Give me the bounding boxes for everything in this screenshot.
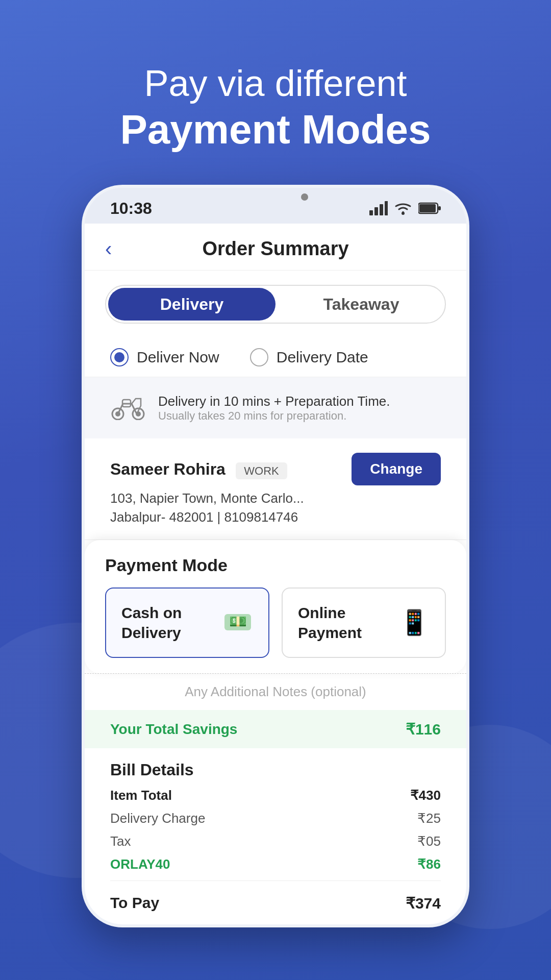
delivery-date-option[interactable]: Delivery Date	[250, 348, 368, 366]
takeaway-toggle-btn[interactable]: Takeaway	[278, 286, 445, 323]
address-line2: Jabalpur- 482001 | 8109814746	[110, 509, 441, 525]
nav-bar: ‹ Order Summary	[85, 224, 466, 271]
header-line1: Pay via different	[0, 61, 551, 105]
delivery-info-section: Delivery in 10 mins + Preparation Time. …	[85, 377, 466, 438]
savings-label: Your Total Savings	[110, 721, 237, 738]
svg-rect-0	[369, 210, 373, 215]
tax-label: Tax	[110, 834, 131, 849]
scooter-icon	[110, 389, 146, 426]
address-tag: WORK	[236, 462, 287, 479]
online-payment-option[interactable]: OnlinePayment 📱	[282, 587, 446, 658]
address-section: Sameer Rohira WORK Change 103, Napier To…	[85, 438, 466, 540]
delivery-charge-label: Delivery Charge	[110, 811, 205, 826]
bill-title: Bill Details	[110, 761, 441, 779]
bill-row-delivery: Delivery Charge ₹25	[110, 811, 441, 826]
tax-amount: ₹05	[417, 834, 441, 849]
delivery-sub-text: Usually takes 20 mins for preparation.	[158, 409, 390, 423]
promo-amount: ₹86	[417, 856, 441, 872]
back-button[interactable]: ‹	[105, 237, 112, 260]
bill-section: Bill Details Item Total ₹430 Delivery Ch…	[85, 748, 466, 924]
payment-options: Cash onDelivery 💵 OnlinePayment	[105, 587, 446, 658]
deliver-now-label: Deliver Now	[137, 349, 219, 366]
phone-wrapper: 10:38	[0, 185, 551, 927]
cash-on-delivery-label: Cash onDelivery	[121, 603, 182, 643]
deliver-now-radio[interactable]	[110, 348, 129, 366]
promo-label: ORLAY40	[110, 856, 170, 872]
delivery-toggle-btn[interactable]: Delivery	[108, 288, 276, 321]
to-pay-row: To Pay ₹374	[110, 889, 441, 912]
delivery-charge-amount: ₹25	[417, 811, 441, 826]
deliver-now-option[interactable]: Deliver Now	[110, 348, 219, 366]
svg-point-4	[402, 212, 405, 215]
svg-rect-1	[374, 207, 378, 215]
payment-section: Payment Mode Cash onDelivery 💵	[85, 540, 466, 673]
online-payment-icon: 📱	[399, 608, 430, 637]
savings-banner: Your Total Savings ₹116	[85, 710, 466, 748]
cash-icon: 💵	[222, 605, 253, 641]
header-line2: Payment Modes	[0, 105, 551, 154]
payment-mode-title: Payment Mode	[105, 555, 446, 575]
notes-section[interactable]: Any Additional Notes (optional)	[85, 673, 466, 710]
bill-row-tax: Tax ₹05	[110, 834, 441, 849]
to-pay-label: To Pay	[110, 894, 159, 912]
bill-divider	[110, 880, 441, 881]
item-total-amount: ₹430	[410, 788, 441, 803]
order-type-toggle: Delivery Takeaway	[105, 285, 446, 324]
delivery-date-label: Delivery Date	[277, 349, 368, 366]
svg-rect-6	[419, 204, 436, 212]
to-pay-amount: ₹374	[406, 894, 441, 912]
page-title: Order Summary	[202, 238, 348, 260]
svg-rect-7	[438, 206, 441, 210]
address-line1: 103, Napier Town, Monte Carlo...	[110, 491, 441, 506]
phone-frame: 10:38	[82, 185, 469, 927]
wifi-icon	[394, 201, 412, 215]
signal-icon	[369, 201, 388, 215]
address-name-group: Sameer Rohira WORK	[110, 460, 287, 479]
battery-icon	[418, 202, 441, 214]
delivery-time-group: Deliver Now Delivery Date	[85, 338, 466, 377]
header-section: Pay via different Payment Modes	[0, 0, 551, 185]
bill-row-promo: ORLAY40 ₹86	[110, 856, 441, 872]
delivery-main-text: Delivery in 10 mins + Preparation Time.	[158, 394, 390, 409]
svg-text:💵: 💵	[229, 613, 247, 630]
svg-rect-3	[385, 201, 388, 215]
bill-row-item-total: Item Total ₹430	[110, 788, 441, 803]
cash-on-delivery-option[interactable]: Cash onDelivery 💵	[105, 587, 269, 658]
status-time: 10:38	[110, 199, 152, 218]
camera-dot	[301, 193, 308, 201]
delivery-text: Delivery in 10 mins + Preparation Time. …	[158, 394, 390, 423]
delivery-date-radio[interactable]	[250, 348, 268, 366]
savings-amount: ₹116	[406, 720, 441, 738]
app-screen: ‹ Order Summary Delivery Takeaway Delive…	[85, 224, 466, 924]
notes-placeholder: Any Additional Notes (optional)	[110, 684, 441, 700]
phone-notch	[224, 188, 327, 206]
svg-rect-2	[380, 204, 383, 215]
address-header: Sameer Rohira WORK Change	[110, 453, 441, 485]
change-address-button[interactable]: Change	[352, 453, 441, 485]
online-payment-label: OnlinePayment	[298, 603, 362, 643]
status-icons	[369, 201, 441, 215]
item-total-label: Item Total	[110, 788, 172, 803]
address-name: Sameer Rohira	[110, 460, 226, 478]
